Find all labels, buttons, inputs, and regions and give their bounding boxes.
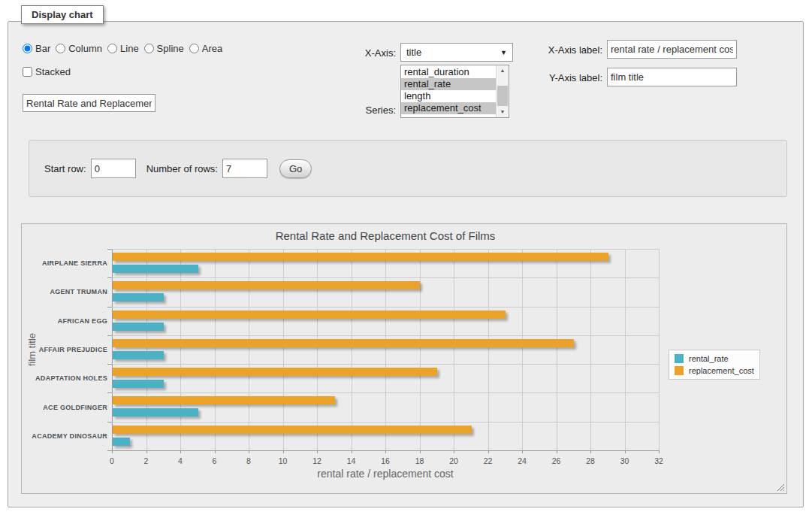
bar-rental_rate	[113, 293, 164, 301]
page: { "form": { "legend": "Display chart", "…	[0, 0, 812, 512]
stacked-row[interactable]: Stacked	[23, 66, 71, 77]
bar-rental_rate	[113, 380, 164, 388]
gridline-vertical	[146, 249, 147, 450]
gridline-vertical	[249, 249, 249, 450]
x-axis-tick-label: 32	[654, 456, 663, 465]
bar-replacement_cost	[113, 339, 574, 347]
scrollbar-thumb[interactable]	[497, 86, 508, 106]
resize-grip-icon[interactable]	[776, 483, 784, 491]
x-axis-tick	[659, 450, 660, 453]
y-axis-tick	[107, 307, 112, 308]
stacked-checkbox[interactable]	[23, 67, 32, 77]
y-axis-tick	[107, 450, 112, 451]
gridline-vertical	[625, 249, 626, 450]
x-axis-tick-label: 4	[178, 456, 183, 465]
chart-title-input[interactable]	[23, 94, 155, 112]
bar-rental_rate	[113, 351, 164, 359]
series-option-rental_rate[interactable]: rental_rate	[401, 78, 496, 90]
fieldset-legend: Display chart	[21, 5, 104, 24]
chevron-down-icon: ▼	[500, 49, 507, 56]
x-axis-tick-label: 18	[415, 456, 424, 465]
rows-panel: Start row: Number of rows: Go	[29, 140, 787, 197]
y-axis-tick	[107, 277, 112, 278]
chart-type-area[interactable]: Area	[189, 43, 222, 54]
bar-rental_rate	[113, 438, 130, 446]
x-axis-tick-label: 14	[347, 456, 356, 465]
legend-label: rental_rate	[689, 354, 729, 363]
series-options: rental_durationrental_ratelengthreplacem…	[401, 65, 496, 117]
chart-type-radio-area[interactable]	[189, 44, 199, 53]
x-axis-tick-label: 16	[381, 456, 390, 465]
gridline-vertical	[215, 249, 216, 450]
chart-box: Rental Rate and Replacement Cost of Film…	[21, 223, 787, 494]
gridline-horizontal	[112, 392, 659, 393]
bar-replacement_cost	[113, 426, 472, 434]
x-axis-tick-label: 24	[518, 456, 527, 465]
y-axis-tick	[107, 422, 112, 423]
chart-type-radio-spline[interactable]	[144, 44, 154, 53]
x-axis-tick-label: 8	[246, 456, 251, 465]
y-axis-title: film title	[26, 333, 38, 366]
legend-swatch-icon	[675, 354, 684, 363]
x-axis-select-label: X-Axis:	[328, 47, 396, 59]
gridline-horizontal	[112, 422, 659, 423]
x-axis-label-label: X-Axis label:	[526, 44, 602, 56]
gridline-horizontal	[112, 364, 659, 365]
chart-type-line[interactable]: Line	[107, 43, 139, 54]
stacked-label[interactable]: Stacked	[35, 66, 71, 77]
x-axis-label-input[interactable]	[607, 40, 737, 59]
y-axis-tick	[107, 249, 112, 250]
chart-title: Rental Rate and Replacement Cost of Film…	[276, 229, 496, 242]
gridline-vertical	[557, 249, 557, 450]
y-axis-tick	[107, 392, 112, 393]
bar-rental_rate	[113, 323, 164, 331]
start-row-input[interactable]	[91, 159, 136, 178]
chart-type-radio-bar[interactable]	[23, 44, 32, 53]
x-axis-tick-label: 2	[144, 456, 149, 465]
x-axis-tick-label: 20	[449, 456, 458, 465]
gridline-vertical	[454, 249, 454, 450]
gridline-horizontal	[112, 307, 659, 308]
series-option-rental_duration[interactable]: rental_duration	[401, 66, 496, 78]
bar-replacement_cost	[113, 396, 335, 404]
start-row-label: Start row:	[44, 163, 86, 174]
legend-swatch-icon	[675, 366, 684, 375]
x-axis-select[interactable]: title ▼	[400, 43, 513, 62]
x-axis-tick-label: 22	[484, 456, 493, 465]
chart-type-radio-column[interactable]	[56, 44, 65, 53]
x-axis-tick-label: 10	[279, 456, 288, 465]
x-axis-tick-label: 26	[552, 456, 561, 465]
num-rows-input[interactable]	[222, 159, 267, 178]
chart-type-spline[interactable]: Spline	[144, 43, 184, 54]
y-axis-label-input[interactable]	[607, 68, 737, 86]
gridline-vertical	[420, 249, 421, 450]
bar-rental_rate	[113, 408, 198, 417]
series-option-replacement_cost[interactable]: replacement_cost	[401, 102, 496, 114]
gridline-vertical	[352, 249, 352, 450]
gridline-vertical	[488, 249, 489, 450]
gridline-vertical	[317, 249, 318, 450]
bar-replacement_cost	[113, 253, 608, 261]
chart-type-column[interactable]: Column	[56, 43, 102, 54]
series-listbox[interactable]: rental_durationrental_ratelengthreplacem…	[400, 65, 509, 118]
gridline-vertical	[180, 249, 181, 450]
gridline-vertical	[112, 249, 113, 450]
scroll-down-icon[interactable]: ▼	[497, 107, 509, 117]
series-scrollbar[interactable]: ▲ ▼	[496, 65, 509, 117]
category-label: ADAPTATION HOLES	[17, 374, 107, 382]
chart-type-radios: BarColumnLineSplineArea	[23, 43, 228, 54]
category-label: ACE GOLDFINGER	[17, 404, 107, 411]
y-axis-tick	[107, 335, 112, 336]
go-button[interactable]: Go	[279, 159, 312, 178]
gridline-horizontal	[112, 335, 659, 336]
category-label: AFRICAN EGG	[17, 317, 107, 325]
chart-type-radio-line[interactable]	[107, 44, 117, 53]
x-axis-tick-label: 12	[312, 456, 321, 465]
x-axis-tick-label: 0	[110, 456, 114, 465]
gridline-vertical	[590, 249, 591, 450]
chart-type-bar[interactable]: Bar	[23, 43, 50, 54]
gridline-vertical	[283, 249, 284, 450]
series-option-length[interactable]: length	[401, 90, 496, 102]
x-axis-tick-label: 30	[620, 456, 629, 465]
scroll-up-icon[interactable]: ▲	[497, 65, 509, 76]
